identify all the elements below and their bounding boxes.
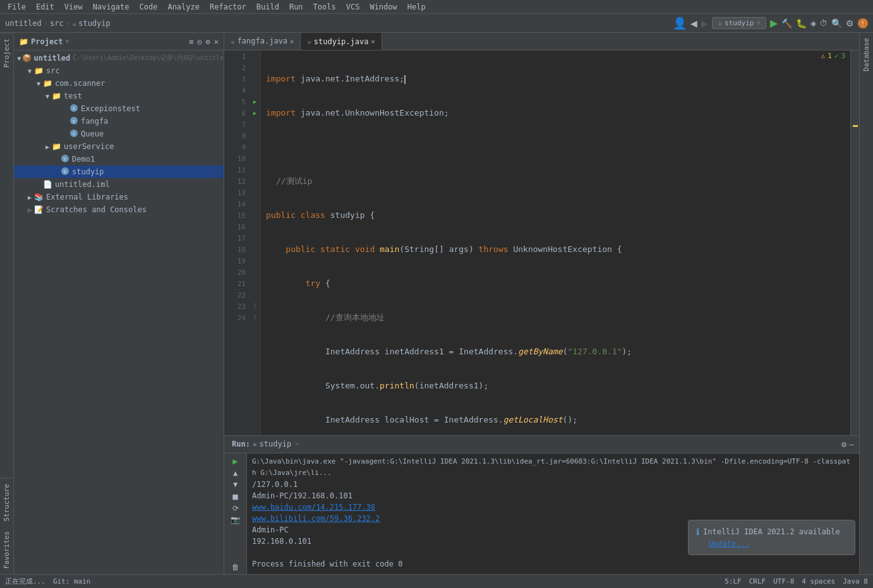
run-minimize-icon[interactable]: — [849,440,854,449]
project-panel-title: 📁 Project ▼ [19,37,69,46]
module-icon: 📦 [22,54,32,63]
menu-code[interactable]: Code [135,0,163,14]
tree-item-userservice[interactable]: ▶ 📁 userService [14,140,224,153]
run-up-icon[interactable]: ▲ [233,469,238,477]
bottom-status: 正在完成... [5,577,45,586]
project-panel-header: 📁 Project ▼ ≡ ◎ ⚙ ✕ [14,33,224,51]
run-config-dropdown[interactable]: ☕ studyip ▼ [712,17,766,29]
menu-refactor[interactable]: Refactor [205,0,251,14]
search-everywhere-button[interactable]: 🔍 [831,18,842,28]
favorites-vertical-tab[interactable]: Favorites [1,526,13,574]
tab-studyip[interactable]: ☕ studyip.java ✕ [301,33,382,50]
menu-help[interactable]: Help [402,0,431,14]
line-numbers: 1 2 3 4 5 6 7 8 9 10 11 12 13 14 15 16 1… [224,51,250,435]
run-button[interactable]: ▶ [770,17,778,29]
bottom-line[interactable]: 5:LF [725,577,742,585]
code-line-9: InetAddress inetAddress1 = InetAddress.g… [266,346,845,357]
editor-warnings[interactable]: ⚠ 1 ✓ 3 [817,51,850,61]
menu-file[interactable]: File [3,0,31,14]
project-vertical-tab[interactable]: Project [1,33,13,73]
java-file-icon: c [69,104,78,114]
build-button[interactable]: 🔨 [781,18,792,28]
tree-item-demo1[interactable]: c Demo1 [14,153,224,165]
breadcrumb-src[interactable]: src [50,19,64,28]
tree-item-excepionstest[interactable]: c Excepionstest [14,102,224,115]
settings-icon[interactable]: ⚙ [206,37,210,46]
breadcrumb-file[interactable]: ☕ studyip [72,19,111,28]
menu-tools[interactable]: Tools [308,0,341,14]
run-output[interactable]: G:\Java\bin\java.exe "-javaagent:G:\Inte… [247,453,859,574]
tree-item-src[interactable]: ▼ 📁 src [14,64,224,77]
bottom-git[interactable]: Git: main [53,577,91,585]
settings-button[interactable]: ⚙ [846,18,854,28]
coverage-button[interactable]: ◈ [810,19,816,28]
menu-build[interactable]: Build [251,0,284,14]
iml-file-icon: 📄 [43,180,52,189]
run-snapshot-icon[interactable]: 📷 [231,515,240,524]
tree-item-untitlediml[interactable]: 📄 untitled.iml [14,178,224,191]
menu-navigate[interactable]: Navigate [88,0,135,14]
code-editor[interactable]: import java.net.InetAddress; import java… [261,51,850,435]
scratches-icon: 📝 [34,205,44,214]
menu-view[interactable]: View [59,0,88,14]
tree-item-queue[interactable]: c Queue [14,128,224,140]
notification-update-link[interactable]: Update... [709,539,750,548]
profile-button[interactable]: 👤 [673,16,687,30]
menu-run[interactable]: Run [284,0,308,14]
java-file-demo1-icon: c [61,154,69,165]
right-sidebar: Database [859,33,873,574]
code-line-3 [266,141,845,153]
run-trash-icon[interactable]: 🗑 [232,563,239,572]
studyip-tab-icon: ☕ [307,37,311,45]
code-line-7: try { [266,278,845,289]
run-panel-tab[interactable]: Run: ☕ studyip ✕ [224,436,306,453]
profiler-button[interactable]: ⏱ [820,19,828,28]
back-button[interactable]: ◀ [690,18,697,28]
forward-button[interactable]: ▶ [701,18,708,28]
scope-icon[interactable]: ◎ [197,37,202,46]
run-play-icon[interactable]: ▶ [232,456,238,466]
notifications-button[interactable]: ! [858,18,868,29]
menubar: File Edit View Navigate Code Analyze Ref… [0,0,873,14]
breadcrumb-sep1: › [44,19,48,28]
warning-count: 1 [828,52,832,60]
fangfa-tab-close[interactable]: ✕ [290,38,294,45]
database-tab[interactable]: Database [860,33,872,76]
breadcrumb-project[interactable]: untitled [5,19,42,28]
tree-item-test[interactable]: ▼ 📁 test [14,90,224,102]
bottom-indent[interactable]: 4 spaces [802,577,835,585]
run-tab-close[interactable]: ✕ [295,440,299,447]
studyip-tab-close[interactable]: ✕ [371,38,375,45]
dropdown-icon[interactable]: ▼ [66,38,69,45]
run-stop-icon[interactable]: ■ [232,491,238,501]
tree-item-fangfa[interactable]: c fangfa [14,115,224,128]
menu-window[interactable]: Window [364,0,402,14]
tab-fangfa[interactable]: ☕ fangfa.java ✕ [224,33,301,50]
editor-tabs: ☕ fangfa.java ✕ ☕ studyip.java ✕ [224,33,859,51]
tree-item-comscanner[interactable]: ▼ 📁 com.scanner [14,77,224,90]
tree-item-extlibs[interactable]: ▶ 📚 External Libraries [14,191,224,203]
run-down-icon[interactable]: ▼ [233,480,238,489]
menu-analyze[interactable]: Analyze [162,0,205,14]
close-panel-icon[interactable]: ✕ [214,37,219,46]
menu-vcs[interactable]: VCS [341,0,365,14]
code-line-4: //测试ip [266,176,845,187]
run-settings-icon[interactable]: ⚙ [841,440,846,449]
menu-edit[interactable]: Edit [31,0,59,14]
extlib-icon: 📚 [34,193,44,201]
run-output-line-4[interactable]: www.baidu.com/14.215.177.38 [252,501,854,513]
collapse-all-icon[interactable]: ≡ [189,37,193,46]
run-panel-header: Run: ☕ studyip ✕ ⚙ — [224,436,859,453]
tree-item-studyip[interactable]: c studyip [14,165,224,178]
bottom-encoding[interactable]: UTF-8 [773,577,794,585]
userservice-folder-icon: 📁 [52,142,61,151]
tree-item-scratches[interactable]: ▷ 📝 Scratches and Consoles [14,203,224,216]
tree-item-untitled[interactable]: ▼ 📦 untitled C:\Users\Admin\Desktop\记录\代… [14,52,224,64]
bottom-crlf[interactable]: CRLF [749,577,766,585]
run-rerun-icon[interactable]: ⟳ [232,504,239,513]
structure-vertical-tab[interactable]: Structure [1,478,13,527]
bottom-java[interactable]: Java 8 [843,577,868,585]
debug-button[interactable]: 🐛 [796,18,807,28]
svg-text:c: c [73,119,75,123]
scroll-track[interactable] [850,51,859,435]
